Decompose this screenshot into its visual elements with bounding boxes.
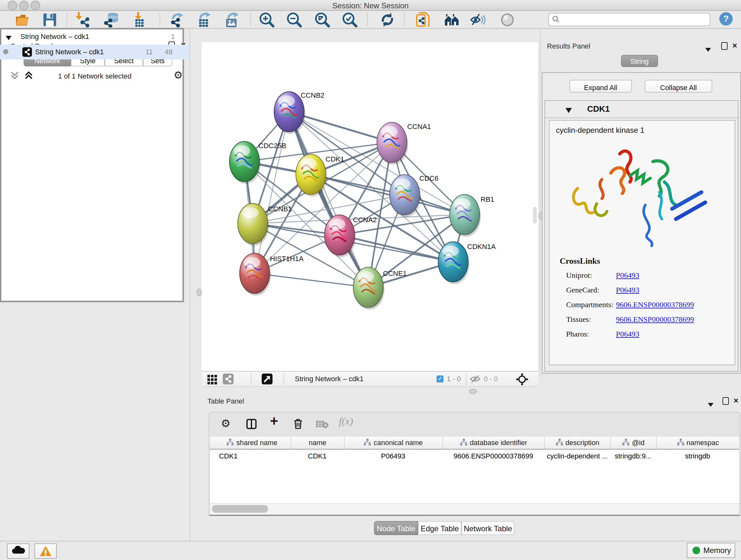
node-label-CDC25B: CDC25B xyxy=(259,142,286,150)
crosslink-value-link[interactable]: P06493 xyxy=(616,329,639,339)
network-node-CCNA1[interactable] xyxy=(377,122,408,165)
network-footer-bar: String Network – cdk1 ✓ 1 - 0 0 - 0 xyxy=(202,371,538,387)
table-hscrollbar-thumb[interactable] xyxy=(212,505,268,513)
crosslink-row: Uniprot:P06493 xyxy=(549,269,735,284)
network-node-CCNA2[interactable] xyxy=(325,215,356,257)
cell--id: stringdb:9... xyxy=(610,449,656,462)
table-row[interactable]: CDK1CDK1P064939606.ENSP00000378699cyclin… xyxy=(210,449,739,462)
network-node-HIST1H1A[interactable] xyxy=(240,253,271,296)
network-row[interactable]: String Network – cdk1 11 48 xyxy=(0,45,190,59)
export-table-button[interactable] xyxy=(195,11,212,28)
network-node-RB1[interactable] xyxy=(450,194,481,237)
table-panel-menu-icon[interactable] xyxy=(708,398,714,410)
column-header-name[interactable]: name xyxy=(290,437,344,449)
left-divider-handle[interactable] xyxy=(197,289,202,296)
results-panel-float-icon[interactable] xyxy=(721,42,728,50)
tree-column-icon xyxy=(622,439,629,446)
toolbar-separator xyxy=(159,13,160,26)
toolbar-separator xyxy=(250,13,251,26)
network-options-gear-icon[interactable]: ⚙ xyxy=(174,69,183,81)
crosslink-value-link[interactable]: P06493 xyxy=(616,286,639,295)
results-panel-title: Results Panel xyxy=(547,42,590,50)
zoom-in-button[interactable] xyxy=(259,11,275,28)
open-in-new-window-icon[interactable] xyxy=(262,374,273,384)
footer-separator xyxy=(466,373,467,385)
tree-column-icon xyxy=(460,439,467,446)
crosslink-value-link[interactable]: 9606.ENSP00000378699 xyxy=(616,315,694,324)
hide-unhide-button[interactable] xyxy=(470,11,486,28)
import-table-button[interactable] xyxy=(131,11,147,28)
column-header-shared-name[interactable]: shared name xyxy=(214,437,290,449)
network-canvas[interactable]: CCNB2CCNA1CDC25BCDK1CDC6RB1CCNB1CCNA2CDK… xyxy=(202,42,538,371)
import-network-button[interactable] xyxy=(75,11,91,28)
collapse-all-button[interactable]: Collapse All xyxy=(645,80,712,92)
window-title: Session: New Session xyxy=(0,1,741,10)
export-network-button[interactable] xyxy=(168,11,185,28)
collection-count: 1 xyxy=(171,33,175,40)
apply-layout-button[interactable] xyxy=(379,11,396,28)
table-gear-icon[interactable]: ⚙ xyxy=(221,417,231,430)
zoom-out-button[interactable] xyxy=(286,11,302,28)
node-label-CCNA2: CCNA2 xyxy=(353,216,377,224)
network-node-CDKN1A[interactable] xyxy=(438,242,469,284)
network-node-CDK1[interactable] xyxy=(296,154,327,197)
table-panel-float-icon[interactable] xyxy=(723,397,729,405)
column-header-description[interactable]: description xyxy=(544,437,610,449)
footer-separator xyxy=(283,373,284,385)
tab-edge-table[interactable]: Edge Table xyxy=(418,521,461,535)
memory-button[interactable]: Memory xyxy=(687,543,735,558)
export-image-button[interactable] xyxy=(223,11,240,28)
string-badge-icon[interactable] xyxy=(223,374,233,384)
canvas-vertical-scrollbar[interactable] xyxy=(533,207,537,224)
table-toolbar-box: ⚙ + f(x) shared namenamecanonical nameda… xyxy=(209,412,740,516)
save-session-button[interactable] xyxy=(42,11,58,28)
table-panel-title: Table Panel xyxy=(207,397,244,405)
table-panel-close-icon[interactable]: ✕ xyxy=(733,397,739,404)
section-collapse-icon[interactable] xyxy=(565,107,572,114)
selected-checkbox[interactable]: ✓ xyxy=(436,375,444,382)
column-header-database-identifier[interactable]: database identifier xyxy=(442,437,544,449)
delete-column-icon[interactable] xyxy=(293,418,303,432)
crosslink-row: Pharos:P06493 xyxy=(549,327,735,342)
toolbar-separator xyxy=(367,13,367,26)
warnings-button[interactable] xyxy=(35,543,57,559)
collapse-icon[interactable] xyxy=(6,35,12,41)
grid-view-icon[interactable] xyxy=(207,374,218,387)
crosslink-value-link[interactable]: 9606.ENSP00000378699 xyxy=(616,300,694,310)
results-panel-close-icon[interactable]: ✕ xyxy=(732,42,738,49)
network-node-CDC6[interactable] xyxy=(390,175,421,217)
import-network-from-database-button[interactable] xyxy=(103,11,119,28)
cloud-status-button[interactable] xyxy=(7,543,29,559)
open-session-button[interactable] xyxy=(14,11,30,28)
crosslink-value-link[interactable]: P06493 xyxy=(616,271,639,280)
column-header-canonical-name[interactable]: canonical name xyxy=(344,437,442,449)
collection-label: String Network – cdk1 xyxy=(20,33,89,40)
control-panel: Control Panel ✕ Network Style Select Set… xyxy=(0,28,190,541)
show-all-button[interactable] xyxy=(499,11,516,28)
tree-column-icon xyxy=(677,439,684,446)
tab-network-table[interactable]: Network Table xyxy=(461,521,515,535)
add-column-icon[interactable]: + xyxy=(270,413,278,430)
column-header--id[interactable]: @id xyxy=(610,437,656,449)
results-panel-menu-icon[interactable] xyxy=(705,44,712,55)
network-collection-row[interactable]: String Network – cdk1 1 xyxy=(0,30,190,45)
search-input[interactable] xyxy=(562,14,708,25)
tab-node-table[interactable]: Node Table xyxy=(374,521,418,535)
share-network-file-button[interactable] xyxy=(414,11,431,28)
birdseye-icon[interactable] xyxy=(516,373,529,388)
section-body: cyclin-dependent kinase 1 xyxy=(549,120,735,365)
node-label-HIST1H1A: HIST1H1A xyxy=(270,255,304,263)
string-home-button[interactable] xyxy=(444,11,460,28)
network-node-CCNE1[interactable] xyxy=(353,267,385,310)
column-header-namespac[interactable]: namespac xyxy=(656,437,739,449)
expand-all-button[interactable]: Expand All xyxy=(569,80,632,92)
cell-name: CDK1 xyxy=(290,449,344,462)
help-button[interactable]: ? xyxy=(719,12,733,25)
zoom-fit-button[interactable] xyxy=(314,11,331,28)
node-label-CDK1: CDK1 xyxy=(326,155,344,163)
zoom-selected-button[interactable] xyxy=(341,11,358,28)
select-columns-icon[interactable] xyxy=(246,419,257,432)
network-node-CCNB1[interactable] xyxy=(238,203,269,246)
tab-string-results[interactable]: String xyxy=(621,55,658,67)
table-hscrollbar[interactable] xyxy=(210,503,739,515)
